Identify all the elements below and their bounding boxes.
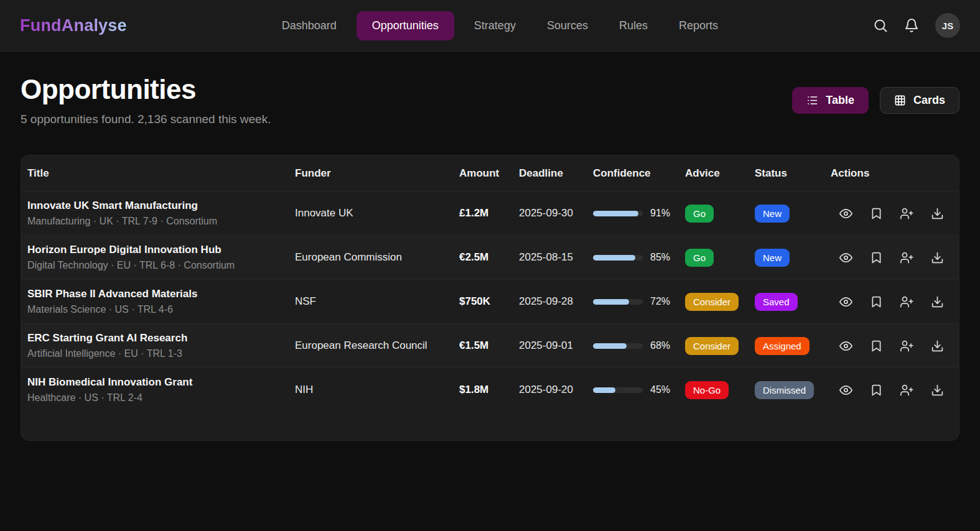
nav-item-rules[interactable]: Rules xyxy=(608,12,659,40)
view-button[interactable] xyxy=(839,384,852,397)
column-header-advice: Advice xyxy=(685,167,755,180)
download-button[interactable] xyxy=(931,339,944,353)
main-nav: Dashboard Opportunities Strategy Sources… xyxy=(127,11,873,40)
column-header-actions: Actions xyxy=(831,167,959,180)
page-title: Opportunities xyxy=(21,74,271,105)
status-badge: New xyxy=(755,249,790,267)
advice-cell: Go xyxy=(685,249,755,267)
download-button[interactable] xyxy=(931,295,944,308)
opportunity-meta: Materials Science · US · TRL 4-6 xyxy=(27,304,295,315)
grid-icon xyxy=(894,95,906,106)
user-avatar[interactable]: JS xyxy=(935,13,960,38)
assign-button[interactable] xyxy=(900,207,913,220)
page-subtitle: 5 opportunities found. 2,136 scanned thi… xyxy=(21,113,271,126)
amount-cell: £1.2M xyxy=(459,207,519,219)
bookmark-icon xyxy=(870,251,883,264)
view-button[interactable] xyxy=(839,251,852,264)
download-button[interactable] xyxy=(931,251,944,264)
download-icon xyxy=(931,207,944,220)
opportunity-title-cell: SBIR Phase II Advanced Materials Materia… xyxy=(27,288,295,315)
advice-cell: Consider xyxy=(685,293,755,311)
eye-icon xyxy=(839,207,852,220)
deadline-cell: 2025-08-15 xyxy=(519,251,593,264)
bookmark-icon xyxy=(870,295,883,308)
status-badge: Saved xyxy=(755,293,798,311)
opportunity-meta: Artificial Intelligence · EU · TRL 1-3 xyxy=(27,348,295,359)
logo-secondary: Analyse xyxy=(62,16,127,35)
nav-right-controls: JS xyxy=(873,13,960,38)
advice-badge: Go xyxy=(685,249,714,267)
bookmark-button[interactable] xyxy=(870,384,883,397)
download-button[interactable] xyxy=(931,384,944,397)
assign-button[interactable] xyxy=(900,251,913,264)
opportunity-meta: Healthcare · US · TRL 2-4 xyxy=(27,392,295,404)
assign-button[interactable] xyxy=(900,339,913,353)
download-icon xyxy=(931,384,944,397)
page-header-left: Opportunities 5 opportunities found. 2,1… xyxy=(21,74,271,126)
amount-cell: €1.5M xyxy=(459,339,519,352)
status-badge: Dismissed xyxy=(755,381,814,399)
deadline-cell: 2025-09-01 xyxy=(519,339,593,352)
bell-icon[interactable] xyxy=(904,18,919,33)
column-header-deadline: Deadline xyxy=(519,167,593,180)
search-icon[interactable] xyxy=(873,18,888,33)
advice-badge: Go xyxy=(685,205,714,223)
confidence-bar-fill xyxy=(593,299,629,305)
bookmark-icon xyxy=(870,384,883,397)
top-navigation-bar: FundAnalyse Dashboard Opportunities Stra… xyxy=(0,0,980,52)
bookmark-button[interactable] xyxy=(870,339,883,353)
opportunity-title-cell: Innovate UK Smart Manufacturing Manufact… xyxy=(27,200,295,227)
nav-item-dashboard[interactable]: Dashboard xyxy=(271,12,348,40)
user-plus-icon xyxy=(900,339,913,353)
bookmark-button[interactable] xyxy=(870,295,883,308)
logo-primary: Fund xyxy=(20,16,62,35)
table-view-button[interactable]: Table xyxy=(792,87,869,114)
column-header-confidence: Confidence xyxy=(593,167,685,180)
opportunity-title: Horizon Europe Digital Innovation Hub xyxy=(27,244,295,256)
nav-item-reports[interactable]: Reports xyxy=(668,12,729,40)
confidence-bar-fill xyxy=(593,211,638,216)
actions-cell xyxy=(831,384,959,397)
nav-item-opportunities[interactable]: Opportunities xyxy=(357,11,454,40)
view-button[interactable] xyxy=(839,207,852,220)
view-button[interactable] xyxy=(839,295,852,308)
advice-badge: No-Go xyxy=(685,381,729,399)
cards-view-button[interactable]: Cards xyxy=(880,87,959,114)
confidence-bar-fill xyxy=(593,343,627,349)
actions-cell xyxy=(831,251,959,264)
download-button[interactable] xyxy=(931,207,944,220)
assign-button[interactable] xyxy=(900,295,913,308)
user-plus-icon xyxy=(900,207,913,220)
funder-cell: NSF xyxy=(295,295,459,308)
advice-badge: Consider xyxy=(685,293,739,311)
page-header: Opportunities 5 opportunities found. 2,1… xyxy=(21,74,959,126)
view-button[interactable] xyxy=(839,339,852,353)
page-content: Opportunities 5 opportunities found. 2,1… xyxy=(0,74,980,441)
user-plus-icon xyxy=(900,384,913,397)
cards-view-label: Cards xyxy=(913,94,945,107)
assign-button[interactable] xyxy=(900,384,913,397)
confidence-percent: 45% xyxy=(650,384,670,395)
download-icon xyxy=(931,295,944,308)
bookmark-button[interactable] xyxy=(870,251,883,264)
funder-cell: European Commission xyxy=(295,251,459,264)
confidence-bar-track xyxy=(593,343,643,349)
amount-cell: $750K xyxy=(459,295,519,308)
confidence-percent: 68% xyxy=(650,340,670,351)
confidence-cell: 91% xyxy=(593,208,685,219)
opportunity-title: NIH Biomedical Innovation Grant xyxy=(27,376,295,389)
nav-item-sources[interactable]: Sources xyxy=(536,12,599,40)
nav-item-strategy[interactable]: Strategy xyxy=(463,12,527,40)
advice-cell: Consider xyxy=(685,337,755,355)
funder-cell: NIH xyxy=(295,384,459,396)
download-icon xyxy=(931,339,944,353)
opportunity-meta: Digital Technology · EU · TRL 6-8 · Cons… xyxy=(27,260,295,271)
confidence-percent: 85% xyxy=(650,252,670,263)
eye-icon xyxy=(839,295,852,308)
status-cell: Dismissed xyxy=(755,381,831,399)
actions-cell xyxy=(831,339,959,353)
opportunity-title-cell: Horizon Europe Digital Innovation Hub Di… xyxy=(27,244,295,271)
download-icon xyxy=(931,251,944,264)
opportunity-title-cell: ERC Starting Grant AI Research Artificia… xyxy=(27,332,295,359)
bookmark-button[interactable] xyxy=(870,207,883,220)
